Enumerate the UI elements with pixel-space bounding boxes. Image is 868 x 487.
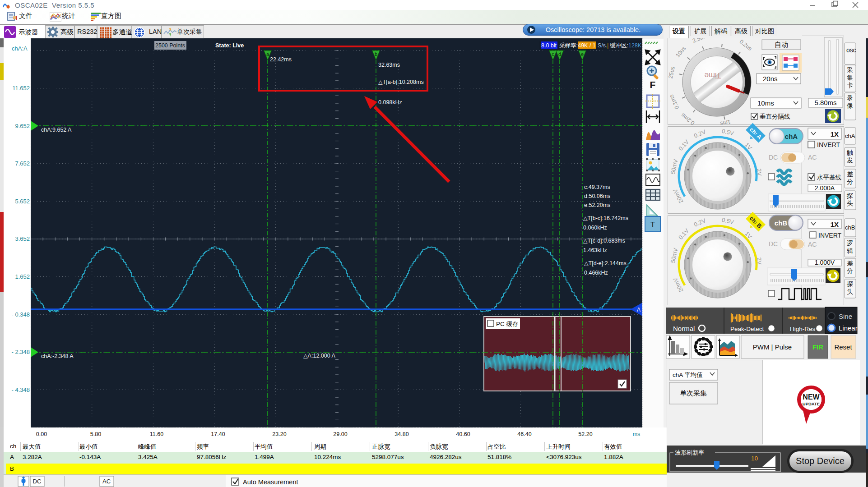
svg-text:探: 探 [846,280,853,288]
svg-text:FIR: FIR [812,343,823,351]
svg-text:49K / 1: 49K / 1 [578,42,596,49]
svg-text:c: c [552,51,554,57]
svg-text:Time: Time [704,71,721,80]
svg-text:d: d [558,51,561,57]
svg-text:1.000V: 1.000V [815,259,835,266]
svg-text:采样率:: 采样率: [559,42,578,49]
svg-text:分: 分 [847,267,853,275]
svg-text:S/s.: S/s. [598,42,608,49]
svg-text:头: 头 [847,200,853,207]
svg-text:差: 差 [847,260,853,267]
svg-text:分: 分 [847,178,853,185]
svg-text:chA:9.652 A: chA:9.652 A [41,127,72,133]
svg-text:T: T [650,221,655,229]
svg-text:20ns: 20ns [763,75,778,83]
svg-text:探: 探 [846,192,853,199]
svg-text:△T[d-e]:2.144ms: △T[d-e]:2.144ms [584,260,627,266]
svg-text:High-Res: High-Res [790,326,816,332]
svg-text:10ms: 10ms [757,99,774,107]
svg-text:d:50.06ms: d:50.06ms [584,193,610,199]
svg-text:a: a [266,51,269,57]
svg-text:发: 发 [847,156,853,164]
svg-text:DC: DC [769,154,778,161]
svg-text:b: b [375,51,377,57]
svg-text:chB: chB [775,219,788,227]
svg-text:e:52.20ms: e:52.20ms [584,202,610,208]
svg-text:chA:-2.348 A: chA:-2.348 A [41,353,74,359]
svg-text:0.060kHz: 0.060kHz [583,225,607,231]
svg-text:DC: DC [33,478,42,485]
svg-text:0.098kHz: 0.098kHz [378,99,402,106]
svg-text:采: 采 [847,66,853,74]
svg-text:头: 头 [847,288,853,295]
svg-text:△T[b-c]:16.742ms: △T[b-c]:16.742ms [583,215,628,221]
svg-text:差: 差 [847,170,853,178]
svg-text:e: e [581,51,584,57]
svg-text:2.000A: 2.000A [815,184,835,192]
svg-text:1X: 1X [831,130,839,138]
svg-text:128K.: 128K. [628,42,643,49]
svg-text:缓冲区:: 缓冲区: [610,42,628,49]
svg-text:Stop Device: Stop Device [796,456,845,466]
svg-text:10: 10 [751,455,758,462]
svg-text:录: 录 [847,94,853,101]
svg-text:32.63ms: 32.63ms [378,62,400,68]
svg-text:Auto Measurement: Auto Measurement [243,478,298,486]
svg-text:chB: chB [845,224,855,231]
svg-text:0.466kHz: 0.466kHz [584,270,608,276]
svg-text:2V: 2V [756,168,763,176]
svg-text:水平基线: 水平基线 [817,174,841,181]
svg-text:像: 像 [846,102,853,109]
svg-text:1X: 1X [831,221,839,228]
svg-text:AC: AC [102,478,111,485]
svg-text:卡: 卡 [847,82,853,89]
svg-text:PWM | Pulse: PWM | Pulse [753,343,792,351]
svg-text:22.42ms: 22.42ms [270,56,292,63]
svg-text:chA: chA [845,133,855,139]
svg-text:INVERT: INVERT [818,232,842,239]
svg-text:AC: AC [808,241,817,248]
svg-text:|: | [607,42,608,49]
svg-text:△T[a-b]:10.208ms: △T[a-b]:10.208ms [378,79,424,85]
svg-text:AC: AC [808,154,817,161]
svg-text:触: 触 [846,149,853,156]
svg-text:c:49.37ms: c:49.37ms [584,184,610,190]
svg-text:A: A [637,307,641,313]
svg-text:自动: 自动 [775,41,788,48]
svg-text:逻: 逻 [847,239,853,247]
svg-text:osc: osc [846,46,856,54]
svg-text:PC 缓存: PC 缓存 [496,321,519,327]
svg-text:垂直分隔线: 垂直分隔线 [760,113,790,120]
svg-text:集: 集 [847,74,853,81]
svg-text:1.463kHz: 1.463kHz [583,247,607,253]
svg-text:Normal: Normal [673,325,695,332]
svg-text:8.0 bit: 8.0 bit [541,42,557,49]
svg-text:State: Live: State: Live [215,42,244,49]
svg-text:波形刷新率: 波形刷新率 [675,449,704,456]
svg-text:F: F [650,79,656,90]
svg-text:5.80ms: 5.80ms [814,99,836,106]
svg-text:单次采集: 单次采集 [680,389,707,397]
svg-text:2V: 2V [756,257,763,265]
svg-text:2500 Points: 2500 Points [155,42,185,49]
svg-text:△T[c-d]:0.683ms: △T[c-d]:0.683ms [583,238,625,244]
svg-text:chA: chA [785,133,798,140]
svg-text:辑: 辑 [847,247,853,254]
svg-text:NEW: NEW [803,393,820,401]
svg-text:UPDATE: UPDATE [803,401,820,406]
svg-text:Peak-Detect: Peak-Detect [730,326,764,332]
svg-text:△A:12.000 A: △A:12.000 A [303,353,335,359]
svg-text:INVERT: INVERT [817,141,840,148]
svg-text:DC: DC [769,240,778,248]
svg-text:chA 平均值: chA 平均值 [673,372,703,378]
